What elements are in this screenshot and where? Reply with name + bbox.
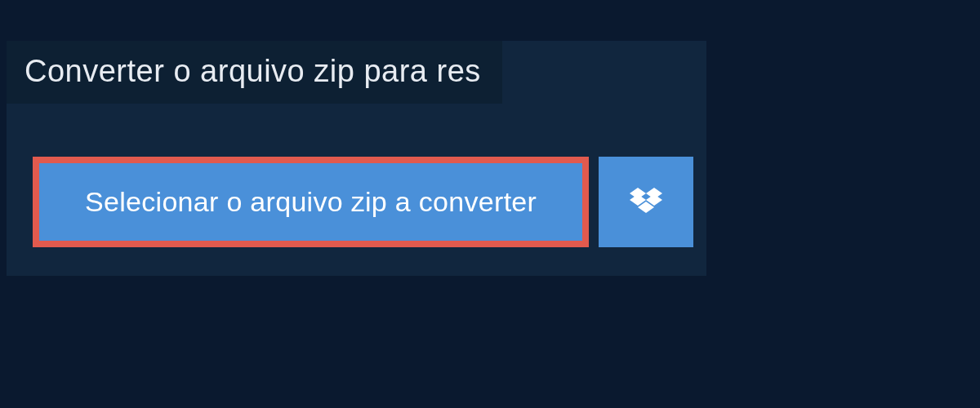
page-title: Converter o arquivo zip para res <box>24 54 481 88</box>
title-bar: Converter o arquivo zip para res <box>7 41 502 104</box>
dropbox-icon <box>630 188 662 217</box>
select-file-button-label: Selecionar o arquivo zip a converter <box>85 186 537 218</box>
dropbox-button[interactable] <box>599 157 693 247</box>
button-row: Selecionar o arquivo zip a converter <box>33 157 693 247</box>
select-file-button[interactable]: Selecionar o arquivo zip a converter <box>33 157 589 247</box>
